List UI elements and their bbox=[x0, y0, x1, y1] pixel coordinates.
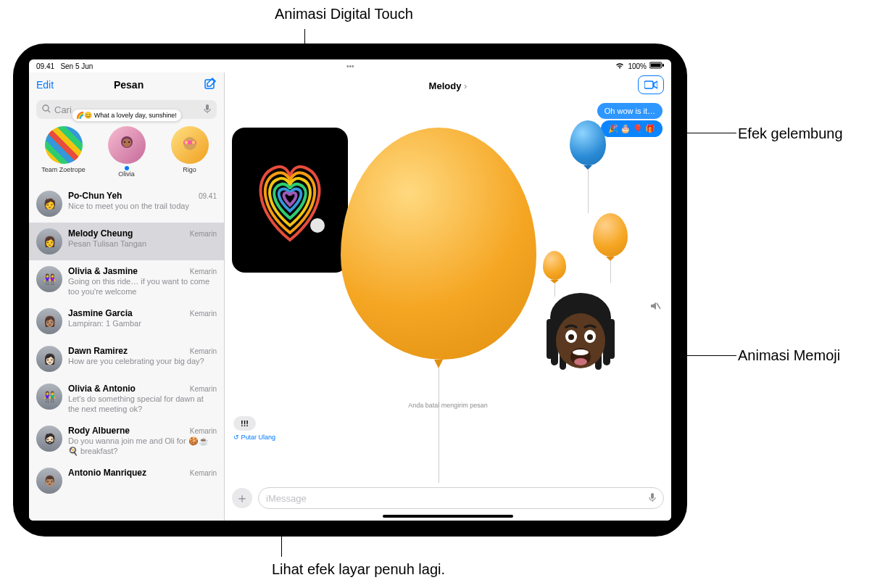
callout-digital-touch: Animasi Digital Touch bbox=[275, 6, 413, 22]
conv-preview: Pesan Tulisan Tangan bbox=[68, 239, 217, 249]
dictate-icon[interactable] bbox=[649, 492, 656, 505]
conv-name: Antonio Manriquez bbox=[68, 468, 146, 478]
conversation-row[interactable]: 👩🏽 Jasmine GarciaKemarin Lampiran: 1 Gam… bbox=[29, 302, 224, 340]
conv-time: Kemarin bbox=[190, 427, 217, 435]
svg-point-16 bbox=[310, 218, 325, 233]
chat-header: Melody › bbox=[225, 73, 671, 99]
svg-rect-6 bbox=[206, 104, 209, 110]
status-date: Sen 5 Jun bbox=[60, 62, 93, 70]
conv-preview: Nice to meet you on the trail today bbox=[68, 201, 217, 211]
message-input[interactable]: iMessage bbox=[258, 487, 664, 509]
conv-name: Olivia & Jasmine bbox=[68, 266, 138, 276]
chevron-right-icon: › bbox=[464, 80, 467, 91]
conversation-row[interactable]: 👫 Olivia & AntonioKemarin Let's do somet… bbox=[29, 378, 224, 420]
svg-point-14 bbox=[191, 141, 194, 144]
pinned-label: Rigo bbox=[161, 166, 219, 173]
status-left: 09.41 Sen 5 Jun bbox=[36, 62, 93, 70]
avatar: 👭 bbox=[36, 266, 62, 292]
svg-point-13 bbox=[184, 141, 187, 144]
callout-memoji: Animasi Memoji bbox=[738, 347, 840, 364]
apps-plus-button[interactable]: ＋ bbox=[232, 488, 252, 508]
memoji-animation[interactable] bbox=[533, 287, 628, 381]
callout-bubble: Efek gelembung bbox=[738, 125, 843, 142]
conversation-row[interactable]: 👩🏻 Dawn RamirezKemarin How are you celeb… bbox=[29, 340, 224, 378]
conversation-row[interactable]: 👭 Olivia & JasmineKemarin Going on this … bbox=[29, 260, 224, 302]
svg-point-31 bbox=[574, 358, 587, 365]
chat-title[interactable]: Melody › bbox=[429, 80, 468, 91]
conv-preview: Going on this ride… if you want to come … bbox=[68, 276, 217, 297]
conv-time: Kemarin bbox=[190, 268, 217, 276]
conversation-list[interactable]: 🧑 Po-Chun Yeh09.41 Nice to meet you on t… bbox=[29, 185, 224, 521]
avatar: 👩 bbox=[36, 228, 62, 254]
conv-time: Kemarin bbox=[190, 310, 217, 318]
dictate-icon[interactable] bbox=[204, 104, 211, 116]
conv-time: Kemarin bbox=[190, 469, 217, 477]
svg-point-4 bbox=[43, 105, 49, 111]
messages-sidebar: Edit Pesan Cari bbox=[29, 73, 225, 521]
digital-touch-message[interactable] bbox=[232, 128, 348, 273]
svg-point-10 bbox=[128, 141, 130, 143]
message-placeholder: iMessage bbox=[266, 493, 307, 504]
balloon-decoration bbox=[593, 213, 628, 283]
ipad-device-frame: 09.41 Sen 5 Jun ••• 100% Edit Pesan bbox=[13, 44, 687, 537]
ipad-screen: 09.41 Sen 5 Jun ••• 100% Edit Pesan bbox=[29, 59, 671, 521]
pinned-item-olivia[interactable]: 🌈😊 What a lovely day, sunshine! Olivia bbox=[98, 126, 156, 178]
svg-line-5 bbox=[48, 110, 50, 112]
pinned-item-rigo[interactable]: Rigo bbox=[161, 126, 219, 178]
conv-name: Rody Albuerne bbox=[68, 426, 130, 436]
incoming-bubble[interactable]: !!! bbox=[233, 416, 256, 431]
message-preview-tooltip: 🌈😊 What a lovely day, sunshine! bbox=[71, 109, 181, 122]
conv-preview: How are you celebrating your big day? bbox=[68, 356, 217, 366]
status-time: 09.41 bbox=[36, 62, 54, 70]
pinned-item-team-zoetrope[interactable]: Team Zoetrope bbox=[35, 126, 93, 178]
facetime-button[interactable] bbox=[638, 75, 664, 94]
multitask-dots-icon[interactable]: ••• bbox=[346, 62, 354, 70]
speaker-mute-icon[interactable] bbox=[649, 300, 661, 314]
status-right: 100% bbox=[615, 62, 664, 70]
svg-rect-2 bbox=[663, 64, 664, 67]
conv-preview: Lampiran: 1 Gambar bbox=[68, 318, 217, 328]
conv-name: Dawn Ramirez bbox=[68, 346, 128, 356]
sidebar-title: Pesan bbox=[114, 79, 144, 91]
svg-rect-1 bbox=[650, 64, 660, 67]
search-placeholder: Cari bbox=[54, 104, 72, 115]
conv-time: Kemarin bbox=[190, 230, 217, 238]
conversation-row-selected[interactable]: 👩 Melody CheungKemarin Pesan Tulisan Tan… bbox=[29, 223, 224, 260]
avatar bbox=[45, 126, 83, 164]
pinned-label: Team Zoetrope bbox=[35, 166, 93, 173]
chat-transcript[interactable]: Oh wow is it… 🎉 🎂 🎈 🎁 bbox=[225, 99, 671, 483]
wifi-icon bbox=[615, 62, 625, 70]
conv-name: Jasmine Garcia bbox=[68, 308, 133, 318]
svg-rect-23 bbox=[609, 319, 615, 359]
balloon-decoration bbox=[543, 251, 566, 297]
chat-panel: Melody › Oh wow is it… 🎉 🎂 🎈 🎁 bbox=[225, 73, 671, 521]
svg-point-30 bbox=[573, 349, 589, 355]
edit-button[interactable]: Edit bbox=[36, 79, 54, 91]
conversation-row[interactable]: 🧑 Po-Chun Yeh09.41 Nice to meet you on t… bbox=[29, 185, 224, 223]
search-icon bbox=[42, 104, 51, 115]
conversation-row[interactable]: 🧔🏻 Rody AlbuerneKemarin Do you wanna joi… bbox=[29, 420, 224, 462]
conv-time: Kemarin bbox=[190, 385, 217, 393]
outgoing-bubble-emoji[interactable]: 🎉 🎂 🎈 🎁 bbox=[601, 120, 663, 137]
conv-preview: Let's do something special for dawn at t… bbox=[68, 394, 217, 414]
avatar: 👩🏻 bbox=[36, 346, 62, 372]
conv-name: Olivia & Antonio bbox=[68, 384, 136, 394]
conv-preview: Do you wanna join me and Oli for 🍪☕🍳 bre… bbox=[68, 436, 217, 456]
conversation-row[interactable]: 👨🏽 Antonio ManriquezKemarin bbox=[29, 462, 224, 500]
conv-name: Melody Cheung bbox=[68, 228, 133, 239]
outgoing-bubble[interactable]: Oh wow is it… bbox=[597, 103, 663, 119]
svg-rect-33 bbox=[651, 493, 654, 499]
svg-point-9 bbox=[124, 141, 125, 143]
replay-effect-link[interactable]: ↺ Putar Ulang bbox=[233, 434, 275, 441]
compose-button[interactable] bbox=[204, 77, 217, 93]
avatar: 👩🏽 bbox=[36, 308, 62, 334]
battery-text: 100% bbox=[628, 62, 647, 70]
pinned-conversations: Team Zoetrope 🌈😊 What a lovely day, suns… bbox=[29, 122, 224, 185]
svg-rect-22 bbox=[547, 319, 552, 359]
status-bar: 09.41 Sen 5 Jun ••• 100% bbox=[29, 59, 671, 73]
undo-send-text: Anda batal mengirim pesan bbox=[408, 402, 488, 409]
avatar: 🧔🏻 bbox=[36, 426, 62, 452]
callout-fullscreen: Lihat efek layar penuh lagi. bbox=[272, 561, 445, 578]
home-indicator[interactable] bbox=[383, 515, 513, 518]
svg-point-8 bbox=[122, 138, 131, 147]
